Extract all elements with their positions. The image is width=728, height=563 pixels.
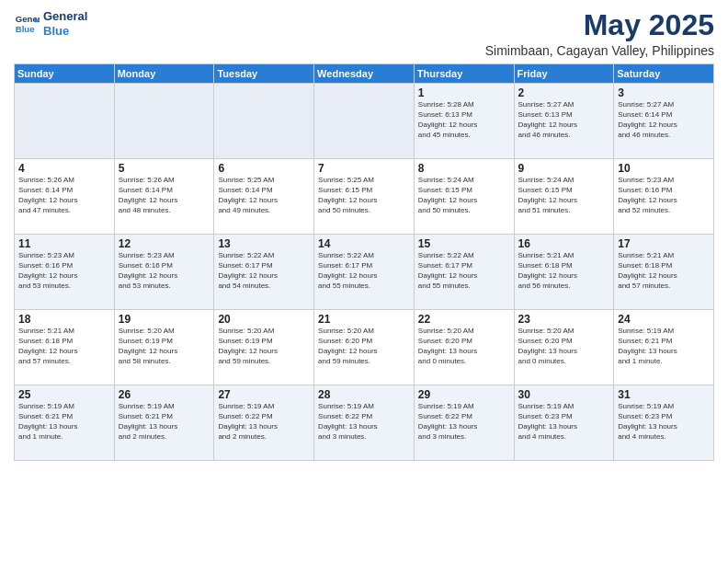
- day-number: 4: [18, 162, 110, 175]
- calendar-cell: 3Sunrise: 5:27 AM Sunset: 6:14 PM Daylig…: [614, 84, 714, 159]
- calendar-table: SundayMondayTuesdayWednesdayThursdayFrid…: [14, 63, 714, 461]
- weekday-header-friday: Friday: [514, 64, 614, 84]
- day-number: 13: [218, 237, 310, 250]
- day-info: Sunrise: 5:20 AM Sunset: 6:19 PM Dayligh…: [119, 327, 210, 366]
- day-info: Sunrise: 5:24 AM Sunset: 6:15 PM Dayligh…: [518, 176, 610, 215]
- day-number: 25: [18, 388, 110, 401]
- calendar-cell: [114, 84, 214, 159]
- day-number: 17: [618, 237, 710, 250]
- calendar-week-row: 25Sunrise: 5:19 AM Sunset: 6:21 PM Dayli…: [15, 385, 714, 461]
- day-number: 22: [418, 313, 510, 326]
- calendar-week-row: 11Sunrise: 5:23 AM Sunset: 6:16 PM Dayli…: [15, 235, 714, 310]
- day-info: Sunrise: 5:25 AM Sunset: 6:14 PM Dayligh…: [218, 176, 310, 215]
- day-number: 12: [119, 237, 210, 250]
- day-number: 24: [618, 313, 710, 326]
- calendar-cell: 20Sunrise: 5:20 AM Sunset: 6:19 PM Dayli…: [214, 310, 314, 385]
- day-info: Sunrise: 5:22 AM Sunset: 6:17 PM Dayligh…: [218, 251, 310, 291]
- day-number: 15: [418, 237, 510, 250]
- day-number: 19: [119, 313, 210, 326]
- calendar-cell: 8Sunrise: 5:24 AM Sunset: 6:15 PM Daylig…: [414, 159, 514, 235]
- day-info: Sunrise: 5:23 AM Sunset: 6:16 PM Dayligh…: [618, 176, 710, 215]
- calendar-title: May 2025: [485, 9, 714, 41]
- calendar-cell: 14Sunrise: 5:22 AM Sunset: 6:17 PM Dayli…: [314, 235, 415, 310]
- calendar-week-row: 1Sunrise: 5:28 AM Sunset: 6:13 PM Daylig…: [15, 84, 714, 159]
- calendar-cell: 9Sunrise: 5:24 AM Sunset: 6:15 PM Daylig…: [514, 159, 614, 235]
- day-info: Sunrise: 5:21 AM Sunset: 6:18 PM Dayligh…: [518, 251, 610, 291]
- logo-icon: General Blue: [14, 11, 40, 37]
- calendar-cell: 13Sunrise: 5:22 AM Sunset: 6:17 PM Dayli…: [214, 235, 314, 310]
- calendar-cell: 31Sunrise: 5:19 AM Sunset: 6:23 PM Dayli…: [614, 385, 714, 461]
- day-info: Sunrise: 5:19 AM Sunset: 6:21 PM Dayligh…: [18, 402, 110, 442]
- day-number: 18: [18, 313, 110, 326]
- calendar-cell: 30Sunrise: 5:19 AM Sunset: 6:23 PM Dayli…: [514, 385, 614, 461]
- calendar-cell: 11Sunrise: 5:23 AM Sunset: 6:16 PM Dayli…: [15, 235, 115, 310]
- calendar-cell: 6Sunrise: 5:25 AM Sunset: 6:14 PM Daylig…: [214, 159, 314, 235]
- calendar-cell: 2Sunrise: 5:27 AM Sunset: 6:13 PM Daylig…: [514, 84, 614, 159]
- day-info: Sunrise: 5:19 AM Sunset: 6:22 PM Dayligh…: [218, 402, 310, 442]
- page: General Blue General Blue May 2025 Simim…: [0, 0, 728, 563]
- calendar-cell: 26Sunrise: 5:19 AM Sunset: 6:21 PM Dayli…: [114, 385, 214, 461]
- calendar-cell: 24Sunrise: 5:19 AM Sunset: 6:21 PM Dayli…: [614, 310, 714, 385]
- day-info: Sunrise: 5:26 AM Sunset: 6:14 PM Dayligh…: [119, 176, 210, 215]
- calendar-cell: 1Sunrise: 5:28 AM Sunset: 6:13 PM Daylig…: [414, 84, 514, 159]
- calendar-cell: [15, 84, 115, 159]
- day-info: Sunrise: 5:21 AM Sunset: 6:18 PM Dayligh…: [18, 327, 110, 366]
- calendar-cell: 27Sunrise: 5:19 AM Sunset: 6:22 PM Dayli…: [214, 385, 314, 461]
- day-number: 30: [518, 388, 610, 401]
- day-info: Sunrise: 5:19 AM Sunset: 6:22 PM Dayligh…: [318, 402, 410, 442]
- calendar-cell: 16Sunrise: 5:21 AM Sunset: 6:18 PM Dayli…: [514, 235, 614, 310]
- day-info: Sunrise: 5:27 AM Sunset: 6:13 PM Dayligh…: [518, 100, 610, 140]
- day-number: 6: [218, 162, 310, 175]
- calendar-cell: 25Sunrise: 5:19 AM Sunset: 6:21 PM Dayli…: [15, 385, 115, 461]
- calendar-cell: 10Sunrise: 5:23 AM Sunset: 6:16 PM Dayli…: [614, 159, 714, 235]
- day-number: 14: [318, 237, 410, 250]
- day-number: 20: [218, 313, 310, 326]
- logo-blue: Blue: [43, 24, 87, 39]
- day-number: 27: [218, 388, 310, 401]
- calendar-cell: [314, 84, 415, 159]
- day-info: Sunrise: 5:20 AM Sunset: 6:19 PM Dayligh…: [218, 327, 310, 366]
- day-number: 31: [618, 388, 710, 401]
- weekday-header-sunday: Sunday: [15, 64, 115, 84]
- calendar-header-row: SundayMondayTuesdayWednesdayThursdayFrid…: [15, 64, 714, 84]
- day-info: Sunrise: 5:23 AM Sunset: 6:16 PM Dayligh…: [119, 251, 210, 291]
- calendar-week-row: 4Sunrise: 5:26 AM Sunset: 6:14 PM Daylig…: [15, 159, 714, 235]
- calendar-cell: 29Sunrise: 5:19 AM Sunset: 6:22 PM Dayli…: [414, 385, 514, 461]
- day-number: 21: [318, 313, 410, 326]
- calendar-cell: 23Sunrise: 5:20 AM Sunset: 6:20 PM Dayli…: [514, 310, 614, 385]
- day-info: Sunrise: 5:28 AM Sunset: 6:13 PM Dayligh…: [418, 100, 510, 140]
- svg-text:Blue: Blue: [16, 23, 35, 33]
- day-info: Sunrise: 5:23 AM Sunset: 6:16 PM Dayligh…: [18, 251, 110, 291]
- calendar-cell: 5Sunrise: 5:26 AM Sunset: 6:14 PM Daylig…: [114, 159, 214, 235]
- header: General Blue General Blue May 2025 Simim…: [14, 9, 714, 58]
- day-info: Sunrise: 5:19 AM Sunset: 6:22 PM Dayligh…: [418, 402, 510, 442]
- day-info: Sunrise: 5:20 AM Sunset: 6:20 PM Dayligh…: [418, 327, 510, 366]
- calendar-cell: 19Sunrise: 5:20 AM Sunset: 6:19 PM Dayli…: [114, 310, 214, 385]
- day-info: Sunrise: 5:26 AM Sunset: 6:14 PM Dayligh…: [18, 176, 110, 215]
- day-number: 7: [318, 162, 410, 175]
- weekday-header-thursday: Thursday: [414, 64, 514, 84]
- day-number: 26: [119, 388, 210, 401]
- day-number: 10: [618, 162, 710, 175]
- calendar-cell: 7Sunrise: 5:25 AM Sunset: 6:15 PM Daylig…: [314, 159, 415, 235]
- day-number: 2: [518, 86, 610, 99]
- day-number: 23: [518, 313, 610, 326]
- calendar-cell: [214, 84, 314, 159]
- day-number: 9: [518, 162, 610, 175]
- day-info: Sunrise: 5:19 AM Sunset: 6:23 PM Dayligh…: [618, 402, 710, 442]
- day-number: 16: [518, 237, 610, 250]
- day-info: Sunrise: 5:20 AM Sunset: 6:20 PM Dayligh…: [518, 327, 610, 366]
- day-number: 29: [418, 388, 510, 401]
- day-info: Sunrise: 5:21 AM Sunset: 6:18 PM Dayligh…: [618, 251, 710, 291]
- logo: General Blue General Blue: [14, 9, 87, 38]
- calendar-cell: 21Sunrise: 5:20 AM Sunset: 6:20 PM Dayli…: [314, 310, 415, 385]
- weekday-header-tuesday: Tuesday: [214, 64, 314, 84]
- day-number: 11: [18, 237, 110, 250]
- weekday-header-saturday: Saturday: [614, 64, 714, 84]
- day-number: 1: [418, 86, 510, 99]
- day-info: Sunrise: 5:22 AM Sunset: 6:17 PM Dayligh…: [318, 251, 410, 291]
- calendar-cell: 15Sunrise: 5:22 AM Sunset: 6:17 PM Dayli…: [414, 235, 514, 310]
- calendar-cell: 17Sunrise: 5:21 AM Sunset: 6:18 PM Dayli…: [614, 235, 714, 310]
- day-info: Sunrise: 5:27 AM Sunset: 6:14 PM Dayligh…: [618, 100, 710, 140]
- day-info: Sunrise: 5:24 AM Sunset: 6:15 PM Dayligh…: [418, 176, 510, 215]
